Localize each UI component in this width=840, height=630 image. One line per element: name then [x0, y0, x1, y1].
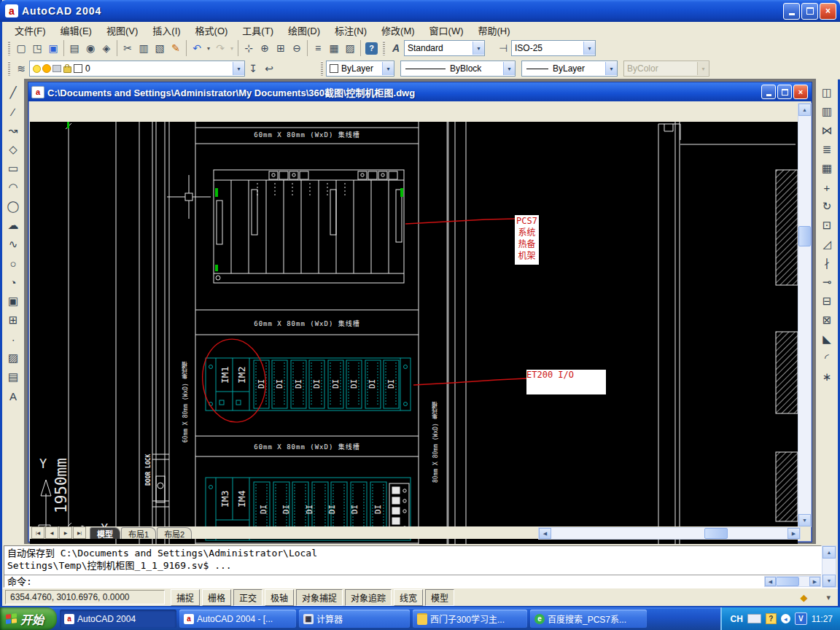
menu-insert[interactable]: 插入(I)	[146, 21, 187, 39]
scroll-up-icon[interactable]: ▲	[798, 104, 811, 116]
canvas-vertical-scrollbar[interactable]: ▲ ▼	[798, 103, 812, 527]
toggle-ortho[interactable]: 正交	[233, 589, 262, 606]
redo-icon[interactable]: ↷	[212, 40, 228, 56]
menu-tools[interactable]: 工具(T)	[236, 21, 280, 39]
toolbar-grip[interactable]	[8, 41, 10, 55]
horizontal-scroll-thumb[interactable]	[704, 528, 728, 539]
hidden-icons-chevron[interactable]: ◂	[781, 614, 790, 623]
copy-icon[interactable]: ▥	[136, 40, 152, 56]
lineweight-combo[interactable]: ByLayer ▾	[521, 61, 618, 77]
scroll-down-icon[interactable]: ▼	[798, 514, 811, 526]
tab-nav-last[interactable]: ▶|	[73, 526, 86, 539]
text-icon[interactable]: A	[4, 386, 22, 405]
chevron-down-icon[interactable]: ▾	[583, 42, 595, 55]
tab-model[interactable]: 模型	[90, 527, 120, 539]
pan-icon[interactable]: ⊹	[241, 40, 257, 56]
chevron-down-icon[interactable]: ▾	[382, 62, 394, 75]
undo-icon[interactable]: ↶	[189, 40, 205, 56]
toolbar-grip[interactable]	[383, 41, 385, 55]
tool-palettes-icon[interactable]: ▨	[342, 40, 358, 56]
scroll-right-icon[interactable]: ▶	[809, 577, 820, 586]
rotate-icon[interactable]: ↻	[818, 197, 836, 216]
dwg-restore-button[interactable]	[777, 85, 792, 99]
menu-file[interactable]: 文件(F)	[8, 21, 52, 39]
command-prompt[interactable]: 命令:	[4, 575, 821, 588]
cut-icon[interactable]: ✂	[120, 40, 136, 56]
mirror-icon[interactable]: ⋈	[818, 121, 836, 140]
erase-icon[interactable]: ◫	[818, 83, 836, 102]
task-autocad-1[interactable]: a AutoCAD 2004	[60, 610, 176, 628]
array-icon[interactable]: ▦	[818, 159, 836, 178]
region-icon[interactable]: ▤	[4, 368, 22, 386]
redo-dropdown-icon[interactable]: ▾	[228, 40, 236, 56]
command-horizontal-scrollbar[interactable]: ◀ ▶	[764, 576, 821, 587]
scroll-right-icon[interactable]: ▶	[788, 528, 800, 539]
rectangle-icon[interactable]: ▭	[4, 159, 22, 178]
break-point-icon[interactable]: ⊟	[818, 292, 836, 311]
tab-nav-next[interactable]: ▶	[59, 526, 72, 539]
ellipse-icon[interactable]: ○	[4, 254, 22, 273]
point-icon[interactable]: ∙	[4, 330, 22, 349]
scroll-left-icon[interactable]: ◀	[765, 577, 776, 586]
fillet-icon[interactable]: ◜	[818, 349, 836, 368]
menu-draw[interactable]: 绘图(D)	[281, 21, 327, 39]
module-label-di[interactable]: DI	[363, 361, 381, 406]
toolbar-grip[interactable]	[8, 61, 10, 76]
menu-window[interactable]: 窗口(W)	[423, 21, 470, 39]
toggle-polar[interactable]: 极轴	[265, 589, 294, 606]
menu-format[interactable]: 格式(O)	[189, 21, 235, 39]
hatch-icon[interactable]: ▨	[4, 349, 22, 368]
language-indicator[interactable]: CH	[731, 614, 743, 624]
zoom-window-icon[interactable]: ⊞	[273, 40, 289, 56]
arc-icon[interactable]: ◠	[4, 178, 22, 197]
scroll-left-icon[interactable]: ◀	[539, 528, 551, 539]
layer-previous-icon[interactable]: ↩	[261, 61, 277, 77]
canvas-horizontal-scrollbar[interactable]: ◀ ▶	[538, 527, 801, 540]
menu-modify[interactable]: 修改(M)	[375, 21, 421, 39]
match-properties-icon[interactable]: ✎	[168, 40, 184, 56]
scroll-down-icon[interactable]: ▼	[822, 575, 836, 587]
text-style-icon[interactable]: A	[388, 40, 404, 56]
offset-icon[interactable]: ≣	[818, 140, 836, 159]
restore-button[interactable]	[801, 3, 818, 20]
copy-object-icon[interactable]: ▥	[818, 102, 836, 121]
communication-center-icon[interactable]: ◆	[800, 592, 807, 603]
keyboard-icon[interactable]	[747, 614, 761, 623]
module-label-di[interactable]: DI	[308, 361, 326, 406]
status-menu-arrow-icon[interactable]: ▾	[826, 593, 831, 602]
task-folder-siemens[interactable]: 西门子300学习主...	[413, 610, 527, 628]
dwg-close-button[interactable]: ×	[793, 85, 808, 99]
dim-style-icon[interactable]: ⊣	[495, 40, 511, 56]
circle-icon[interactable]: ◯	[4, 197, 22, 216]
properties-icon[interactable]: ≡	[310, 40, 326, 56]
chamfer-icon[interactable]: ◣	[818, 330, 836, 349]
command-text-area[interactable]: 自动保存到 C:\Documents and Settings\Administ…	[4, 545, 822, 588]
toolbar-grip[interactable]	[321, 61, 323, 76]
task-baidu-search[interactable]: e 百度搜索_PCS7系...	[530, 610, 647, 628]
chevron-down-icon[interactable]: ▾	[503, 62, 515, 75]
drawing-window-titlebar[interactable]: a C:\Documents and Settings\Administrato…	[28, 82, 812, 101]
spline-icon[interactable]: ∿	[4, 235, 22, 254]
make-block-icon[interactable]: ⊞	[4, 311, 22, 330]
trim-icon[interactable]: ∤	[818, 254, 836, 273]
polygon-icon[interactable]: ◇	[4, 140, 22, 159]
plot-preview-icon[interactable]: ◉	[82, 40, 98, 56]
make-object-layer-current-icon[interactable]: ↧	[245, 61, 261, 77]
horizontal-scroll-thumb[interactable]	[776, 577, 799, 586]
ellipse-arc-icon[interactable]: ◔	[4, 273, 22, 292]
paste-icon[interactable]: ▧	[152, 40, 168, 56]
help-icon[interactable]: ?	[365, 42, 378, 55]
module-label-di[interactable]: DI	[345, 361, 363, 406]
layer-combo[interactable]: 0 ▾	[29, 61, 245, 77]
line-icon[interactable]: ╱	[4, 83, 22, 102]
scale-icon[interactable]: ⊡	[818, 216, 836, 235]
tab-nav-first[interactable]: |◀	[31, 526, 44, 539]
toggle-osnap[interactable]: 对象捕捉	[296, 589, 343, 606]
toggle-grid[interactable]: 栅格	[202, 589, 231, 606]
start-button[interactable]: 开始	[0, 607, 57, 630]
task-autocad-2[interactable]: a AutoCAD 2004 - [...	[179, 610, 296, 628]
designcenter-icon[interactable]: ▦	[326, 40, 342, 56]
command-vertical-scrollbar[interactable]: ▲ ▼	[822, 545, 836, 588]
module-label-di[interactable]: DI	[271, 361, 289, 406]
toggle-model[interactable]: 模型	[425, 589, 454, 606]
